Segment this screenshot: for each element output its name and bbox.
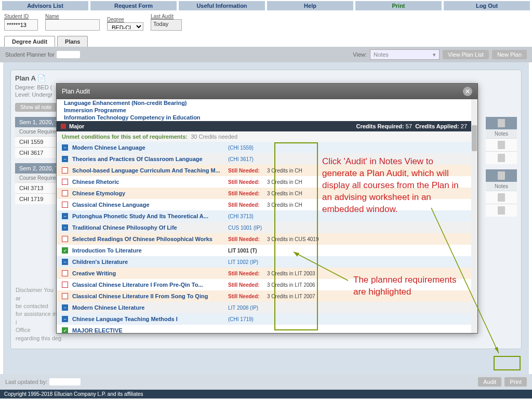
callout-highlight: The planned requirements are highlighted: [353, 274, 457, 298]
note-row-icon[interactable]: [498, 193, 505, 202]
planner-name-redacted: [57, 51, 80, 58]
status-checkbox-icon: [62, 156, 68, 162]
svg-marker-1: [495, 347, 499, 353]
requirement-row: MAJOR ELECTIVE: [57, 325, 471, 333]
print-button[interactable]: Print: [504, 377, 527, 387]
status-checkbox-icon: [62, 236, 68, 242]
copyright: Copyright 1995-2018 Ellucian Company L.P…: [0, 390, 532, 398]
requirement-row: Traditional Chinese Philosophy Of LifeCU…: [57, 222, 471, 233]
degree-label: Degree: [107, 17, 143, 22]
status-checkbox-icon: [62, 247, 68, 254]
notes-icon: [498, 171, 505, 180]
updated-by-redacted: [49, 378, 81, 385]
status-checkbox-icon: [62, 167, 68, 174]
nav-help[interactable]: Help: [267, 1, 353, 10]
nav-print[interactable]: Print: [355, 1, 442, 10]
requirement-row: Chinese Language Teaching Methods I(CHI …: [57, 313, 471, 325]
status-checkbox-icon: [62, 270, 68, 276]
status-checkbox-icon: [62, 190, 68, 196]
status-checkbox-icon: [62, 224, 68, 231]
view-plan-list-button[interactable]: View Plan List: [443, 50, 489, 59]
show-all-notes-button[interactable]: Show all note: [15, 103, 57, 112]
plan-title: Plan A 📄: [15, 74, 517, 82]
notes-icon: [498, 119, 505, 127]
tab-degree-audit[interactable]: Degree Audit: [4, 36, 55, 47]
requirement-row: Children's LiteratureLIT 1002 (IP): [57, 256, 471, 268]
nav-advisors-list[interactable]: Advisors List: [2, 1, 88, 10]
nav-log-out[interactable]: Log Out: [444, 1, 530, 10]
degree-select[interactable]: BED-CL: [107, 22, 143, 31]
status-checkbox-icon: [62, 282, 68, 288]
requirement-row: Selected Readings Of Chinese Philosophic…: [57, 233, 471, 245]
tab-plans[interactable]: Plans: [57, 36, 88, 47]
audit-block-link[interactable]: Information Technology Competency in Edu…: [57, 114, 471, 121]
requirement-row: Modern Chinese Language(CHI 1559): [57, 142, 471, 153]
sem2-header: Sem 2, 2020, T: [19, 165, 58, 171]
note-row-icon[interactable]: [498, 141, 505, 149]
status-checkbox-icon: [62, 202, 68, 208]
audit-button[interactable]: Audit: [478, 377, 501, 387]
svg-marker-3: [294, 252, 299, 257]
status-checkbox-icon: [62, 304, 68, 311]
status-checkbox-icon: [62, 179, 68, 185]
requirement-row: Modern Chinese LiteratureLIT 2008 (IP): [57, 302, 471, 313]
audit-block-link[interactable]: Language Enhancement (Non-credit Bearing…: [57, 99, 471, 107]
status-checkbox-icon: [62, 144, 68, 151]
note-row-icon[interactable]: [498, 154, 505, 162]
name-label: Name: [45, 14, 100, 19]
svg-line-2: [294, 252, 348, 281]
planner-for-label: Student Planner for: [5, 51, 55, 58]
view-label: View:: [353, 51, 367, 58]
status-checkbox-icon: [62, 259, 68, 265]
status-checkbox-icon: [62, 293, 68, 299]
close-icon[interactable]: ✕: [463, 87, 472, 96]
arrow-to-highlight: [291, 249, 353, 291]
top-nav: Advisors ListRequest FormUseful Informat…: [0, 0, 532, 11]
student-id-input[interactable]: [4, 19, 38, 31]
requirement-row: Introduction To LiteratureLIT 1001 (T): [57, 245, 471, 256]
audit-block-link[interactable]: Immersion Programme: [57, 107, 471, 114]
callout-audit: Click 'Audit' in Notes View to generate …: [322, 156, 468, 216]
last-audit-value: Today: [151, 19, 182, 31]
nav-request-form[interactable]: Request Form: [90, 1, 177, 10]
nav-useful-information[interactable]: Useful Information: [179, 1, 265, 10]
unmet-conditions: Unmet conditions for this set of require…: [57, 131, 471, 142]
studentid-label: Student ID: [4, 14, 38, 19]
new-plan-button[interactable]: New Plan: [492, 50, 527, 59]
status-checkbox-icon: [62, 213, 68, 219]
footer-bar: Last updated by: Audit Print: [0, 374, 532, 390]
status-checkbox-icon: [62, 316, 68, 322]
planner-band: Student Planner for View: Notes▾ View Pl…: [0, 47, 532, 62]
status-checkbox-icon: [62, 327, 68, 333]
view-select[interactable]: Notes▾: [370, 49, 440, 60]
major-header: MajorCredits Required: 57 Credits Applie…: [57, 121, 471, 131]
modal-title: Plan Audit: [62, 88, 90, 95]
sem1-header: Sem 1, 2020, T: [19, 119, 58, 125]
name-input[interactable]: [45, 19, 100, 31]
lastaudit-label: Last Audit: [151, 14, 182, 19]
filter-bar: Student ID Name DegreeBED-CL Last AuditT…: [0, 11, 532, 33]
